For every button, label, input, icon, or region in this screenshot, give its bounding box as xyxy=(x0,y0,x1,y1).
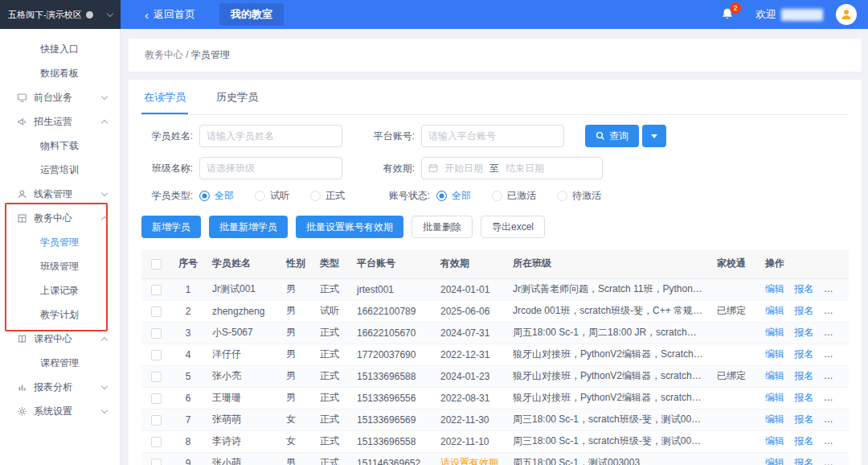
more-link[interactable]: 更多 xyxy=(824,370,849,381)
edit-link[interactable]: 编辑 xyxy=(765,283,784,294)
row-checkbox[interactable] xyxy=(151,415,162,426)
header-index: 序号 xyxy=(170,249,206,278)
tab-item[interactable]: 在读学员 xyxy=(141,80,188,114)
sidebar-item-material-download[interactable]: 物料下载 xyxy=(0,134,120,158)
notification-badge: 2 xyxy=(730,2,741,14)
back-home-link[interactable]: ‹ 返回首页 xyxy=(145,7,195,22)
sidebar-item-dashboard[interactable]: 数据看板 xyxy=(0,61,120,85)
cell-index: 3 xyxy=(170,322,206,344)
more-link[interactable]: 更多 xyxy=(824,283,849,294)
tab-bar: 在读学员 历史学员 xyxy=(141,80,849,115)
sidebar-item-admissions[interactable]: 招生运营 xyxy=(0,109,120,134)
enroll-link[interactable]: 报名 xyxy=(794,435,813,446)
table-row: 9 张小萌 男 正式 151146369652 请设置有效期 周五18:00 S… xyxy=(141,452,849,465)
sidebar-item-course-management[interactable]: 课程管理 xyxy=(0,351,120,375)
filter-row-1: 学员姓名: 平台账号: 查询 xyxy=(141,125,849,147)
action-button[interactable]: 批量设置账号有效期 xyxy=(296,216,403,238)
cell-validity: 2022-12-31 xyxy=(434,344,506,365)
enroll-link[interactable]: 报名 xyxy=(794,348,813,360)
radio-option[interactable]: 全部 xyxy=(436,189,471,203)
sidebar-item-quick-entry[interactable]: 快捷入口 xyxy=(0,37,120,61)
sidebar-item-label: 前台业务 xyxy=(34,91,72,105)
avatar[interactable] xyxy=(836,4,857,25)
edit-link[interactable]: 编辑 xyxy=(765,392,784,403)
cell-validity: 2022-08-31 xyxy=(434,387,506,409)
enroll-link[interactable]: 报名 xyxy=(794,283,813,294)
radio-label: 全部 xyxy=(452,189,471,203)
sidebar-item-class-management[interactable]: 班级管理 xyxy=(0,254,120,278)
sidebar-item-teaching-plan[interactable]: 教学计划 xyxy=(0,302,120,327)
enroll-link[interactable]: 报名 xyxy=(794,305,813,316)
sidebar-item-report-analysis[interactable]: 报表分析 xyxy=(0,375,120,399)
class-name-input[interactable] xyxy=(199,157,342,179)
radio-option[interactable]: 正式 xyxy=(310,189,345,203)
filter-row-2: 班级名称: 有效期: 开始日期 至 结束日期 xyxy=(141,157,849,179)
user-icon xyxy=(16,188,27,200)
edit-link[interactable]: 编辑 xyxy=(765,457,784,465)
row-checkbox[interactable] xyxy=(151,328,162,339)
edit-link[interactable]: 编辑 xyxy=(765,305,784,316)
search-dropdown-button[interactable] xyxy=(642,125,666,147)
sidebar-item-student-management[interactable]: 学员管理 xyxy=(0,230,120,254)
row-checkbox[interactable] xyxy=(151,307,162,317)
more-link[interactable]: 更多 xyxy=(824,392,849,403)
more-link[interactable]: 更多 xyxy=(824,457,849,465)
cell-home-school xyxy=(710,387,759,409)
edit-link[interactable]: 编辑 xyxy=(765,414,784,425)
enroll-link[interactable]: 报名 xyxy=(794,327,813,338)
more-link[interactable]: 更多 xyxy=(824,305,849,316)
more-link[interactable]: 更多 xyxy=(824,327,849,338)
sidebar-item-operations-training[interactable]: 运营培训 xyxy=(0,158,120,182)
edit-link[interactable]: 编辑 xyxy=(765,348,784,360)
school-selector-dropdown[interactable]: 五格阅下-演示校区 xyxy=(0,0,121,29)
row-checkbox[interactable] xyxy=(151,350,162,360)
sidebar-item-system-settings[interactable]: 系统设置 xyxy=(0,399,120,423)
action-button[interactable]: 批量删除 xyxy=(411,216,473,238)
radio-option[interactable]: 全部 xyxy=(199,189,234,203)
cell-index: 2 xyxy=(170,300,206,322)
sidebar-item-course-center[interactable]: 课程中心 xyxy=(0,327,120,351)
action-button[interactable]: 新增学员 xyxy=(141,216,201,238)
edit-link[interactable]: 编辑 xyxy=(765,370,784,381)
cell-validity: 2024-07-31 xyxy=(434,322,506,344)
row-checkbox[interactable] xyxy=(151,372,162,382)
student-name-input[interactable] xyxy=(199,125,342,147)
more-link[interactable]: 更多 xyxy=(824,348,849,360)
validity-date-range-picker[interactable]: 开始日期 至 结束日期 xyxy=(421,157,603,179)
edit-link[interactable]: 编辑 xyxy=(765,327,784,338)
row-checkbox[interactable] xyxy=(151,285,162,295)
tab-item[interactable]: 历史学员 xyxy=(214,80,260,114)
my-classroom-link[interactable]: 我的教室 xyxy=(219,3,284,26)
my-classroom-label: 我的教室 xyxy=(231,7,272,22)
more-link[interactable]: 更多 xyxy=(824,414,849,425)
student-type-radio-group: 全部 试听 正式 xyxy=(199,189,366,203)
action-button[interactable]: 导出excel xyxy=(481,216,545,238)
cell-validity: 2024-01-23 xyxy=(434,365,506,387)
radio-option[interactable]: 待激活 xyxy=(557,189,601,203)
sidebar-item-leads[interactable]: 线索管理 xyxy=(0,182,120,206)
edit-link[interactable]: 编辑 xyxy=(765,435,784,446)
row-checkbox[interactable] xyxy=(151,437,162,447)
platform-account-input[interactable] xyxy=(421,125,564,147)
enroll-link[interactable]: 报名 xyxy=(794,392,813,403)
sidebar-item-academic-center[interactable]: 教务中心 xyxy=(0,206,120,230)
action-button[interactable]: 批量新增学员 xyxy=(209,216,288,238)
enroll-link[interactable]: 报名 xyxy=(794,370,813,381)
row-checkbox[interactable] xyxy=(151,393,162,404)
cell-validity: 请设置有效期 xyxy=(434,452,506,465)
enroll-link[interactable]: 报名 xyxy=(794,457,813,465)
sidebar-item-class-records[interactable]: 上课记录 xyxy=(0,278,120,302)
row-checkbox[interactable] xyxy=(151,459,162,465)
validity-label: 有效期: xyxy=(363,162,415,175)
notifications-button[interactable]: 2 xyxy=(720,7,735,22)
radio-option[interactable]: 试听 xyxy=(255,189,289,203)
radio-label: 全部 xyxy=(215,189,234,203)
select-all-checkbox[interactable] xyxy=(151,259,162,270)
more-link[interactable]: 更多 xyxy=(824,435,849,446)
enroll-link[interactable]: 报名 xyxy=(794,414,813,425)
sidebar-item-front-desk[interactable]: 前台业务 xyxy=(0,85,120,109)
radio-option[interactable]: 已激活 xyxy=(492,189,536,203)
search-button[interactable]: 查询 xyxy=(585,125,639,147)
cell-home-school: 已绑定 xyxy=(710,365,759,387)
cell-student-name: 张小萌 xyxy=(206,452,280,465)
